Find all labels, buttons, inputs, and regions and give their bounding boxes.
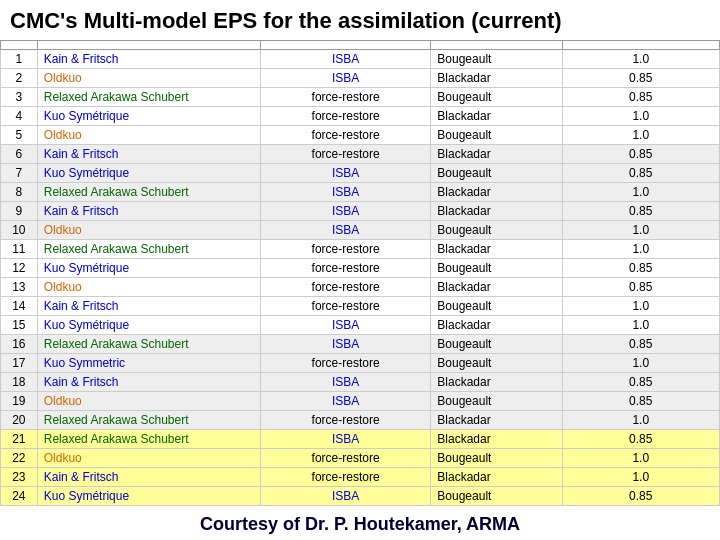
cell-vmp: 1.0 — [562, 468, 719, 487]
table-row: 11Relaxed Arakawa Schubertforce-restoreB… — [1, 240, 720, 259]
cell-id: 10 — [1, 221, 38, 240]
cell-vmp: 0.85 — [562, 392, 719, 411]
cell-mixing-length: Blackadar — [431, 411, 562, 430]
cell-surface-scheme: force-restore — [260, 259, 431, 278]
cell-mixing-length: Bougeault — [431, 297, 562, 316]
cell-id: 7 — [1, 164, 38, 183]
cell-vmp: 1.0 — [562, 316, 719, 335]
cell-mixing-length: Bougeault — [431, 354, 562, 373]
table-row: 2OldkuoISBABlackadar0.85 — [1, 69, 720, 88]
cell-mixing-length: Blackadar — [431, 316, 562, 335]
cell-deep-convection: Relaxed Arakawa Schubert — [37, 240, 260, 259]
cell-mixing-length: Bougeault — [431, 487, 562, 506]
cell-mixing-length: Bougeault — [431, 221, 562, 240]
cell-surface-scheme: ISBA — [260, 221, 431, 240]
cell-vmp: 0.85 — [562, 430, 719, 449]
table-row: 21Relaxed Arakawa SchubertISBABlackadar0… — [1, 430, 720, 449]
cell-mixing-length: Bougeault — [431, 88, 562, 107]
cell-mixing-length: Blackadar — [431, 240, 562, 259]
cell-mixing-length: Bougeault — [431, 392, 562, 411]
cell-deep-convection: Kain & Fritsch — [37, 50, 260, 69]
table-row: 6Kain & Fritschforce-restoreBlackadar0.8… — [1, 145, 720, 164]
cell-surface-scheme: force-restore — [260, 126, 431, 145]
cell-id: 2 — [1, 69, 38, 88]
cell-deep-convection: Kain & Fritsch — [37, 373, 260, 392]
cell-deep-convection: Relaxed Arakawa Schubert — [37, 335, 260, 354]
cell-surface-scheme: force-restore — [260, 411, 431, 430]
cell-vmp: 0.85 — [562, 278, 719, 297]
cell-id: 12 — [1, 259, 38, 278]
cell-id: 8 — [1, 183, 38, 202]
cell-vmp: 1.0 — [562, 297, 719, 316]
cell-deep-convection: Kain & Fritsch — [37, 145, 260, 164]
cell-vmp: 1.0 — [562, 354, 719, 373]
col-header-mixing — [431, 41, 562, 50]
cell-mixing-length: Blackadar — [431, 373, 562, 392]
cell-deep-convection: Kuo Symétrique — [37, 107, 260, 126]
cell-surface-scheme: force-restore — [260, 468, 431, 487]
cell-surface-scheme: ISBA — [260, 430, 431, 449]
cell-vmp: 1.0 — [562, 107, 719, 126]
data-table: 1Kain & FritschISBABougeault1.02OldkuoIS… — [0, 40, 720, 506]
cell-id: 1 — [1, 50, 38, 69]
cell-vmp: 0.85 — [562, 69, 719, 88]
cell-id: 21 — [1, 430, 38, 449]
cell-id: 23 — [1, 468, 38, 487]
cell-id: 15 — [1, 316, 38, 335]
table-row: 12Kuo Symétriqueforce-restoreBougeault0.… — [1, 259, 720, 278]
cell-deep-convection: Kuo Symétrique — [37, 316, 260, 335]
cell-mixing-length: Bougeault — [431, 126, 562, 145]
table-row: 5Oldkuoforce-restoreBougeault1.0 — [1, 126, 720, 145]
table-row: 24Kuo SymétriqueISBABougeault0.85 — [1, 487, 720, 506]
col-header-vmp — [562, 41, 719, 50]
cell-vmp: 1.0 — [562, 183, 719, 202]
cell-surface-scheme: force-restore — [260, 278, 431, 297]
cell-vmp: 1.0 — [562, 449, 719, 468]
cell-id: 3 — [1, 88, 38, 107]
table-row: 19OldkuoISBABougeault0.85 — [1, 392, 720, 411]
cell-deep-convection: Relaxed Arakawa Schubert — [37, 430, 260, 449]
cell-surface-scheme: force-restore — [260, 107, 431, 126]
cell-id: 9 — [1, 202, 38, 221]
cell-vmp: 0.85 — [562, 202, 719, 221]
cell-mixing-length: Blackadar — [431, 468, 562, 487]
cell-id: 16 — [1, 335, 38, 354]
cell-id: 24 — [1, 487, 38, 506]
cell-deep-convection: Kuo Symmetric — [37, 354, 260, 373]
cell-deep-convection: Kain & Fritsch — [37, 202, 260, 221]
cell-mixing-length: Bougeault — [431, 50, 562, 69]
cell-surface-scheme: force-restore — [260, 354, 431, 373]
cell-vmp: 0.85 — [562, 373, 719, 392]
cell-surface-scheme: force-restore — [260, 88, 431, 107]
table-row: 9Kain & FritschISBABlackadar0.85 — [1, 202, 720, 221]
cell-mixing-length: Blackadar — [431, 183, 562, 202]
table-row: 14Kain & Fritschforce-restoreBougeault1.… — [1, 297, 720, 316]
cell-deep-convection: Kain & Fritsch — [37, 468, 260, 487]
cell-id: 5 — [1, 126, 38, 145]
cell-surface-scheme: ISBA — [260, 164, 431, 183]
cell-mixing-length: Blackadar — [431, 69, 562, 88]
cell-mixing-length: Blackadar — [431, 145, 562, 164]
col-header-num — [1, 41, 38, 50]
cell-surface-scheme: force-restore — [260, 145, 431, 164]
cell-deep-convection: Oldkuo — [37, 278, 260, 297]
cell-deep-convection: Oldkuo — [37, 449, 260, 468]
cell-vmp: 1.0 — [562, 221, 719, 240]
cell-surface-scheme: ISBA — [260, 183, 431, 202]
table-row: 4Kuo Symétriqueforce-restoreBlackadar1.0 — [1, 107, 720, 126]
cell-deep-convection: Oldkuo — [37, 221, 260, 240]
cell-mixing-length: Blackadar — [431, 278, 562, 297]
courtesy-text: Courtesy of Dr. P. Houtekamer, ARMA — [0, 506, 720, 539]
cell-mixing-length: Blackadar — [431, 430, 562, 449]
cell-surface-scheme: ISBA — [260, 202, 431, 221]
table-row: 8Relaxed Arakawa SchubertISBABlackadar1.… — [1, 183, 720, 202]
cell-vmp: 0.85 — [562, 88, 719, 107]
cell-id: 6 — [1, 145, 38, 164]
cell-surface-scheme: force-restore — [260, 449, 431, 468]
cell-deep-convection: Kain & Fritsch — [37, 297, 260, 316]
cell-vmp: 1.0 — [562, 126, 719, 145]
table-row: 22Oldkuoforce-restoreBougeault1.0 — [1, 449, 720, 468]
table-row: 7Kuo SymétriqueISBABougeault0.85 — [1, 164, 720, 183]
cell-deep-convection: Oldkuo — [37, 69, 260, 88]
cell-surface-scheme: ISBA — [260, 335, 431, 354]
